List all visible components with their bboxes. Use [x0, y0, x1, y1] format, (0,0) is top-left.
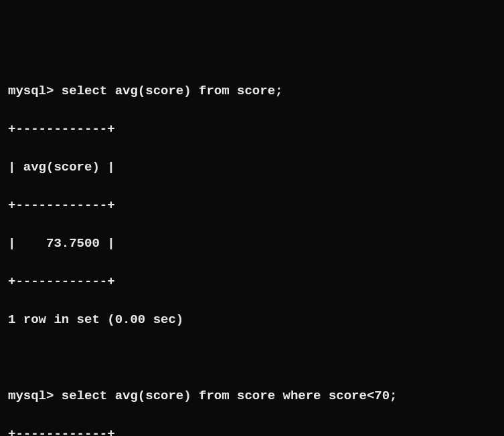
table-header: | avg(score) | — [8, 158, 496, 177]
table-border: +------------+ — [8, 120, 496, 139]
status-line: 1 row in set (0.00 sec) — [8, 310, 496, 330]
query-line-2: mysql> select avg(score) from score wher… — [8, 387, 496, 406]
table-row: | 73.7500 | — [8, 234, 496, 253]
table-border: +------------+ — [8, 272, 496, 292]
blank-line — [8, 348, 496, 367]
mysql-prompt: mysql> — [8, 84, 62, 98]
sql-query: select avg(score) from score; — [62, 84, 283, 98]
query-line-1: mysql> select avg(score) from score; — [8, 82, 496, 101]
sql-query: select avg(score) from score where score… — [62, 389, 398, 403]
table-border: +------------+ — [8, 196, 496, 215]
mysql-prompt: mysql> — [8, 389, 62, 403]
table-border: +------------+ — [8, 425, 496, 437]
